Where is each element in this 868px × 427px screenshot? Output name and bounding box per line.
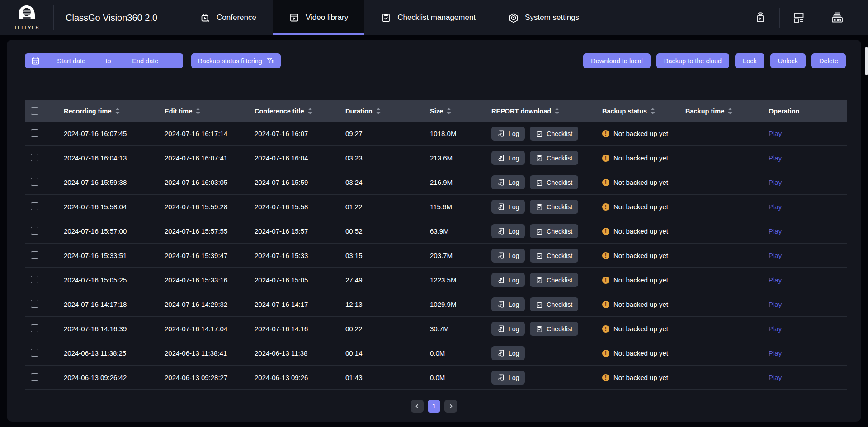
date-range-picker[interactable]: Start date to End date	[25, 53, 183, 68]
log-button[interactable]: Log	[491, 151, 525, 165]
play-link[interactable]: Play	[769, 276, 782, 284]
pagination: 1	[411, 400, 457, 413]
sort-icon[interactable]	[115, 108, 120, 114]
column-header-size[interactable]: Size	[430, 108, 491, 115]
log-button[interactable]: Log	[491, 273, 525, 287]
row-checkbox[interactable]	[31, 276, 38, 283]
play-link[interactable]: Play	[769, 252, 782, 259]
lock-button[interactable]: Lock	[735, 53, 764, 68]
page-number-button[interactable]: 1	[428, 400, 440, 413]
row-checkbox[interactable]	[31, 349, 38, 357]
sort-icon[interactable]	[196, 108, 200, 114]
screen-layout-icon[interactable]	[780, 0, 818, 35]
checklist-button[interactable]: Checklist	[530, 224, 578, 238]
table-row: 2024-07-16 15:58:04 2024-07-16 15:59:28 …	[25, 195, 847, 219]
sort-icon[interactable]	[376, 108, 381, 114]
play-link[interactable]: Play	[769, 130, 782, 137]
column-header-conference-title[interactable]: Conference title	[255, 108, 345, 115]
checklist-button[interactable]: Checklist	[530, 127, 578, 141]
checklist-clipboard-icon	[536, 203, 543, 211]
log-button[interactable]: Log	[491, 175, 525, 189]
cell-recording-time: 2024-07-16 15:59:38	[64, 178, 165, 186]
log-button[interactable]: Log	[491, 297, 525, 311]
sort-icon[interactable]	[308, 108, 312, 114]
cell-duration: 01:43	[345, 374, 430, 381]
log-document-icon	[497, 325, 505, 333]
checklist-button[interactable]: Checklist	[530, 151, 578, 165]
log-button[interactable]: Log	[491, 346, 525, 360]
log-button[interactable]: Log	[491, 200, 525, 214]
sort-icon[interactable]	[447, 108, 451, 114]
cell-backup-status: ! Not backed up yet	[602, 374, 685, 381]
backup-status-filter-button[interactable]: Backup status filtering	[191, 53, 281, 68]
log-document-icon	[497, 349, 505, 357]
next-page-button[interactable]	[444, 400, 457, 413]
column-header-select	[25, 107, 64, 115]
cell-duration: 03:23	[345, 154, 430, 162]
backup-to-cloud-button[interactable]: Backup to the cloud	[656, 53, 729, 68]
checklist-button[interactable]: Checklist	[530, 175, 578, 189]
unlock-button[interactable]: Unlock	[770, 53, 806, 68]
tab-video-library[interactable]: Video library	[273, 0, 364, 35]
tab-conference[interactable]: Conference	[184, 0, 273, 35]
row-checkbox[interactable]	[31, 324, 38, 332]
recorder-device-icon[interactable]	[818, 0, 856, 35]
download-to-local-button[interactable]: Download to local	[583, 53, 650, 68]
play-link[interactable]: Play	[769, 374, 782, 381]
row-checkbox[interactable]	[31, 129, 38, 137]
warning-icon: !	[602, 301, 609, 308]
video-library-icon	[289, 12, 300, 23]
play-link[interactable]: Play	[769, 349, 782, 357]
play-link[interactable]: Play	[769, 325, 782, 333]
column-header-recording-time[interactable]: Recording time	[64, 108, 165, 115]
scrollbar-thumb[interactable]	[865, 47, 868, 75]
row-checkbox[interactable]	[31, 251, 38, 259]
screencast-icon[interactable]	[741, 0, 779, 35]
row-checkbox[interactable]	[31, 154, 38, 161]
play-link[interactable]: Play	[769, 300, 782, 308]
log-button[interactable]: Log	[491, 371, 525, 385]
log-button[interactable]: Log	[491, 224, 525, 238]
row-checkbox[interactable]	[31, 202, 38, 210]
log-button[interactable]: Log	[491, 249, 525, 263]
delete-button[interactable]: Delete	[811, 53, 846, 68]
tab-system-settings[interactable]: System settings	[492, 0, 595, 35]
column-header-backup-status[interactable]: Backup status	[602, 108, 685, 115]
play-link[interactable]: Play	[769, 227, 782, 235]
prev-page-button[interactable]	[411, 400, 424, 413]
sort-icon[interactable]	[651, 108, 655, 114]
column-header-backup-time[interactable]: Backup time	[685, 108, 769, 115]
cell-edit-time: 2024-07-16 16:07:41	[165, 154, 255, 162]
row-checkbox[interactable]	[31, 373, 38, 381]
nav-divider	[53, 5, 54, 30]
row-checkbox[interactable]	[31, 300, 38, 308]
log-button[interactable]: Log	[491, 127, 525, 141]
video-camera-icon	[200, 12, 211, 23]
play-link[interactable]: Play	[769, 178, 782, 186]
log-button[interactable]: Log	[491, 322, 525, 336]
tab-checklist-management[interactable]: Checklist management	[364, 0, 492, 35]
checklist-button[interactable]: Checklist	[530, 273, 578, 287]
play-link[interactable]: Play	[769, 203, 782, 211]
checklist-button[interactable]: Checklist	[530, 200, 578, 214]
recordings-table: Recording time Edit time Conference titl…	[25, 100, 847, 390]
play-link[interactable]: Play	[769, 154, 782, 162]
row-checkbox[interactable]	[31, 178, 38, 186]
column-header-report-download[interactable]: REPORT download	[491, 108, 602, 115]
checklist-clipboard-icon	[536, 301, 543, 308]
table-row: 2024-07-16 14:16:39 2024-07-16 14:17:04 …	[25, 317, 847, 341]
row-checkbox[interactable]	[31, 227, 38, 235]
checklist-button[interactable]: Checklist	[530, 322, 578, 336]
cell-duration: 27:49	[345, 276, 430, 284]
cell-backup-status: ! Not backed up yet	[602, 349, 685, 357]
sort-icon[interactable]	[555, 108, 559, 114]
select-all-checkbox[interactable]	[31, 107, 38, 115]
checklist-button[interactable]: Checklist	[530, 297, 578, 311]
start-date-input[interactable]: Start date	[40, 57, 103, 65]
sort-icon[interactable]	[728, 108, 732, 114]
column-header-edit-time[interactable]: Edit time	[165, 108, 255, 115]
checklist-button[interactable]: Checklist	[530, 249, 578, 263]
column-header-duration[interactable]: Duration	[345, 108, 430, 115]
end-date-input[interactable]: End date	[114, 57, 177, 65]
cell-select	[25, 227, 64, 236]
